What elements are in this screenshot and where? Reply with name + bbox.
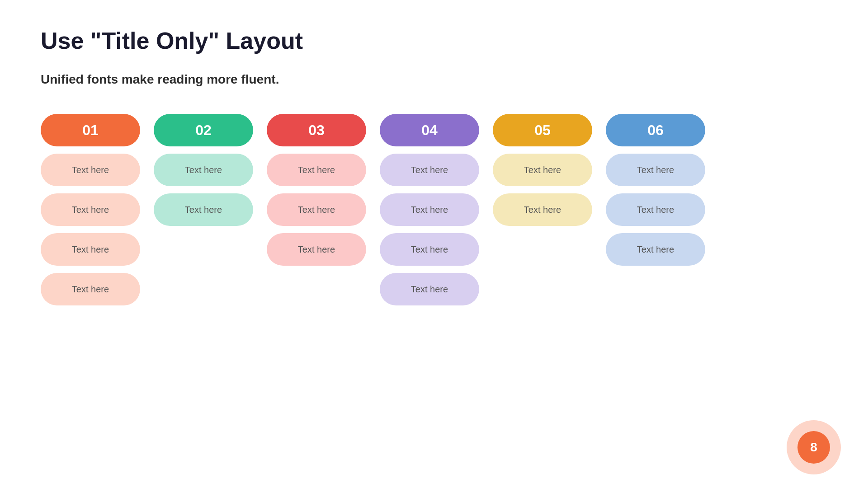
page-number-outer: 8 [787,420,841,474]
number-badge-col4: 04 [380,114,479,146]
column-col3: 03Text hereText hereText here [267,114,366,266]
text-pill-col6-2: Text here [606,193,705,226]
number-badge-col6: 06 [606,114,705,146]
number-badge-col2: 02 [154,114,253,146]
page-number-inner: 8 [797,431,830,464]
page-content: Use "Title Only" Layout Unified fonts ma… [0,0,868,333]
text-pill-col1-4: Text here [41,273,140,305]
number-badge-col1: 01 [41,114,140,146]
text-pill-col1-3: Text here [41,233,140,266]
text-pill-col1-2: Text here [41,193,140,226]
text-pill-col6-3: Text here [606,233,705,266]
text-pill-col3-2: Text here [267,193,366,226]
text-pill-col1-1: Text here [41,154,140,186]
main-title: Use "Title Only" Layout [41,27,827,54]
text-pill-col2-2: Text here [154,193,253,226]
text-pill-col4-2: Text here [380,193,479,226]
text-pill-col4-3: Text here [380,233,479,266]
text-pill-col5-1: Text here [493,154,592,186]
text-pill-col3-1: Text here [267,154,366,186]
text-pill-col6-1: Text here [606,154,705,186]
number-badge-col5: 05 [493,114,592,146]
column-col2: 02Text hereText here [154,114,253,226]
column-col5: 05Text hereText here [493,114,592,226]
column-col4: 04Text hereText hereText hereText here [380,114,479,305]
column-col1: 01Text hereText hereText hereText here [41,114,140,305]
number-badge-col3: 03 [267,114,366,146]
text-pill-col5-2: Text here [493,193,592,226]
text-pill-col2-1: Text here [154,154,253,186]
text-pill-col4-1: Text here [380,154,479,186]
columns-container: 01Text hereText hereText hereText here02… [41,114,827,305]
column-col6: 06Text hereText hereText here [606,114,705,266]
subtitle: Unified fonts make reading more fluent. [41,72,827,87]
text-pill-col3-3: Text here [267,233,366,266]
text-pill-col4-4: Text here [380,273,479,305]
